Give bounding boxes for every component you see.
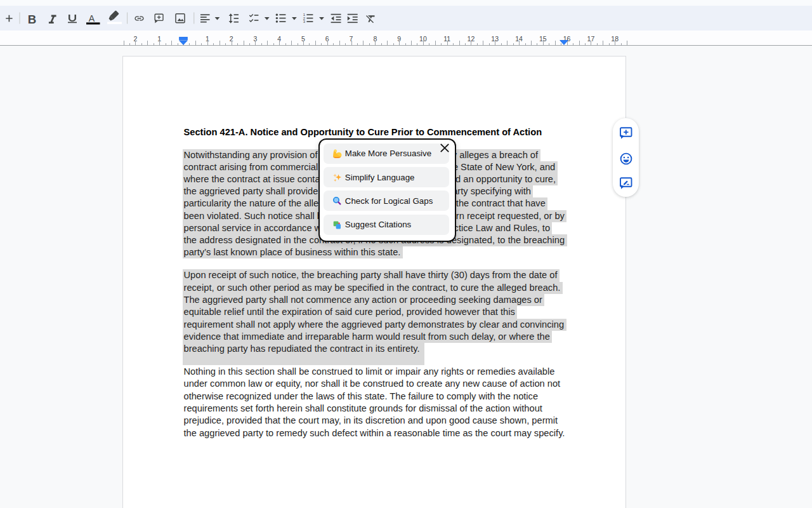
svg-text:3: 3 bbox=[303, 20, 306, 23]
svg-text:B: B bbox=[28, 13, 37, 26]
svg-text:A: A bbox=[89, 13, 95, 23]
